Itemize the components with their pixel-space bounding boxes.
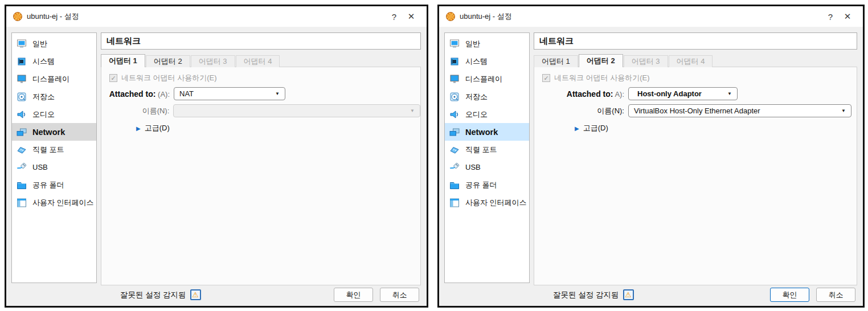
network-icon: [449, 126, 460, 138]
sidebar-item-display[interactable]: 디스플레이: [12, 70, 96, 88]
warning-icon: ⚠: [190, 289, 201, 300]
cancel-button[interactable]: 취소: [380, 288, 419, 302]
chevron-down-icon: ▼: [410, 108, 415, 113]
advanced-expander[interactable]: ▶ 고급(D): [575, 123, 857, 133]
ok-button[interactable]: 확인: [334, 288, 373, 302]
sidebar-item-audio[interactable]: 오디오: [445, 105, 529, 123]
enable-adapter-checkbox: ✓: [542, 74, 550, 82]
sidebar-item-user-interface[interactable]: 사용자 인터페이스: [445, 194, 529, 211]
tab-adapter-3: 어댑터 3: [624, 55, 668, 67]
advanced-label: 고급(D): [583, 123, 608, 133]
sidebar-item-label: USB: [32, 163, 48, 171]
sidebar-item-label: 일반: [32, 39, 47, 49]
expander-arrow-icon: ▶: [136, 125, 141, 132]
close-button[interactable]: ✕: [403, 11, 420, 22]
tab-adapter-1[interactable]: 어댑터 1: [534, 55, 578, 67]
serial-port-icon: [16, 144, 27, 156]
help-button[interactable]: ?: [386, 12, 403, 22]
sidebar-item-label: 사용자 인터페이스: [465, 198, 527, 208]
sidebar-item-label: Network: [32, 128, 65, 137]
help-button[interactable]: ?: [822, 12, 839, 22]
sidebar-item-display[interactable]: 디스플레이: [445, 70, 529, 88]
attached-to-value: NAT: [179, 89, 194, 98]
network-icon: [16, 126, 27, 138]
tab-panel: ✓ 네트워크 어댑터 사용하기(E) Attached to: (A): NAT…: [101, 67, 421, 285]
audio-speaker-icon: [16, 109, 27, 120]
adapter-tabs: 어댑터 1 어댑터 2 어댑터 3 어댑터 4: [101, 54, 280, 67]
status-text: 잘못된 설정 감지됨: [553, 290, 619, 300]
chevron-down-icon: ▼: [727, 91, 732, 96]
tab-panel: ✓ 네트워크 어댑터 사용하기(E) Attached to: A): Host…: [534, 67, 857, 285]
serial-port-icon: [449, 144, 460, 156]
name-label: 이름(N):: [597, 107, 624, 115]
sidebar-item-serial-ports[interactable]: 직렬 포트: [445, 141, 529, 158]
settings-category-list: 일반 시스템 디스플레이 저장소 오디오 Network 직렬 포트 USB: [444, 32, 530, 283]
sidebar-item-storage[interactable]: 저장소: [445, 88, 529, 105]
sidebar-item-general[interactable]: 일반: [445, 35, 529, 52]
sidebar-item-label: Network: [465, 128, 498, 137]
adapter-tabs: 어댑터 1 어댑터 2 어댑터 3 어댑터 4: [534, 54, 713, 67]
sidebar-item-system[interactable]: 시스템: [445, 52, 529, 70]
cancel-button[interactable]: 취소: [816, 288, 855, 302]
advanced-expander[interactable]: ▶ 고급(D): [136, 123, 420, 133]
sidebar-item-shared-folders[interactable]: 공유 폴더: [12, 176, 96, 194]
dialog-footer: 잘못된 설정 감지됨 ⚠ 확인 취소: [6, 288, 427, 303]
folder-icon: [16, 179, 27, 191]
enable-adapter-row: ✓ 네트워크 어댑터 사용하기(E): [109, 73, 420, 83]
window-title: ubuntu-ej - 설정: [460, 11, 822, 22]
attached-to-dropdown[interactable]: NAT ▼: [174, 87, 285, 100]
general-monitor-icon: [16, 38, 27, 50]
sidebar-item-label: USB: [465, 163, 481, 171]
window-title: ubuntu-ej - 설정: [27, 11, 386, 22]
attached-to-row: Attached to: (A): NAT ▼: [101, 87, 420, 100]
tab-adapter-4: 어댑터 4: [236, 55, 280, 67]
sidebar-item-label: 직렬 포트: [465, 145, 497, 155]
sidebar-item-label: 디스플레이: [32, 74, 69, 84]
chevron-down-icon: ▼: [841, 108, 846, 113]
ok-button[interactable]: 확인: [770, 288, 809, 302]
sidebar-item-user-interface[interactable]: 사용자 인터페이스: [12, 194, 96, 211]
general-monitor-icon: [449, 38, 460, 50]
sidebar-item-system[interactable]: 시스템: [12, 52, 96, 70]
expander-arrow-icon: ▶: [575, 125, 579, 132]
enable-adapter-label: 네트워크 어댑터 사용하기(E): [121, 73, 217, 83]
sidebar-item-label: 오디오: [465, 109, 488, 120]
attached-to-label: Attached to: A):: [534, 89, 624, 99]
chevron-down-icon: ▼: [275, 91, 280, 96]
user-interface-icon: [16, 197, 27, 208]
storage-disk-icon: [449, 91, 460, 103]
invalid-settings-status: 잘못된 설정 감지됨 ⚠: [120, 289, 201, 300]
warning-icon: ⚠: [623, 289, 634, 300]
name-dropdown[interactable]: VirtualBox Host-Only Ethernet Adapter ▼: [628, 104, 851, 117]
audio-speaker-icon: [449, 109, 460, 120]
sidebar-item-audio[interactable]: 오디오: [12, 105, 96, 123]
tab-adapter-2[interactable]: 어댑터 2: [146, 55, 190, 67]
close-button[interactable]: ✕: [839, 11, 856, 22]
vm-gear-icon: [13, 12, 22, 21]
sidebar-item-label: 사용자 인터페이스: [32, 198, 94, 208]
settings-dialog-right: ubuntu-ej - 설정 ? ✕ 일반 시스템 디스플레이 저장소 오디오 …: [437, 5, 865, 308]
page-title: 네트워크: [534, 32, 857, 50]
attached-to-label: Attached to: (A):: [101, 89, 170, 99]
sidebar-item-label: 일반: [465, 39, 480, 49]
sidebar-item-network[interactable]: Network: [445, 123, 529, 141]
sidebar-item-label: 저장소: [32, 92, 55, 102]
sidebar-item-label: 오디오: [32, 109, 55, 120]
invalid-settings-status: 잘못된 설정 감지됨 ⚠: [553, 289, 634, 300]
sidebar-item-usb[interactable]: USB: [445, 158, 529, 176]
attached-to-row: Attached to: A): Host-only Adaptor ▼: [534, 87, 857, 100]
sidebar-item-storage[interactable]: 저장소: [12, 88, 96, 105]
sidebar-item-general[interactable]: 일반: [12, 35, 96, 52]
sidebar-item-usb[interactable]: USB: [12, 158, 96, 176]
titlebar: ubuntu-ej - 설정 ? ✕: [439, 6, 863, 27]
attached-to-dropdown[interactable]: Host-only Adaptor ▼: [628, 87, 738, 100]
name-label: 이름(N):: [142, 107, 170, 115]
sidebar-item-network[interactable]: Network: [12, 123, 96, 141]
system-chip-icon: [16, 56, 27, 67]
sidebar-item-shared-folders[interactable]: 공유 폴더: [445, 176, 529, 194]
sidebar-item-serial-ports[interactable]: 직렬 포트: [12, 141, 96, 158]
tab-adapter-2[interactable]: 어댑터 2: [579, 54, 623, 67]
tab-adapter-1[interactable]: 어댑터 1: [101, 54, 145, 67]
status-text: 잘못된 설정 감지됨: [120, 290, 186, 300]
vm-gear-icon: [446, 12, 455, 21]
